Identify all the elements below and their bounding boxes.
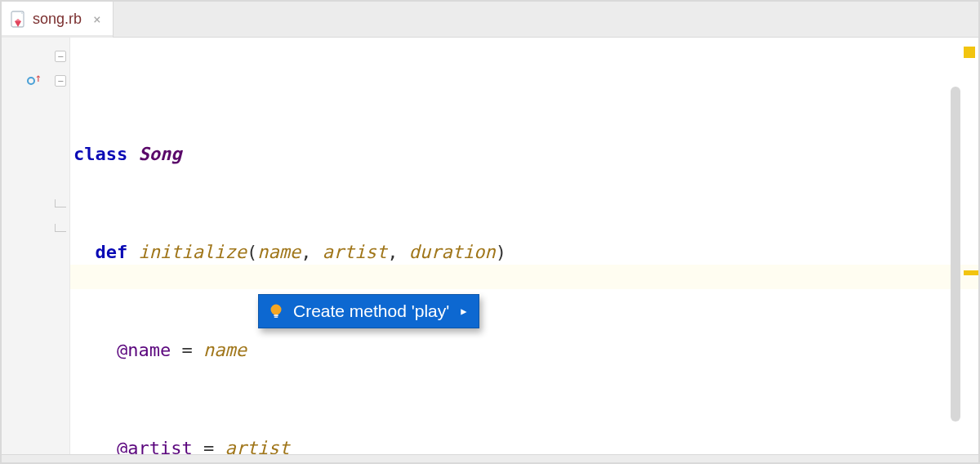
analysis-status-indicator[interactable] <box>964 47 975 58</box>
svg-rect-8 <box>274 317 278 319</box>
lightbulb-icon <box>267 302 285 320</box>
editor-window: song.rb × − ↑ − c <box>0 0 980 464</box>
fold-method-start[interactable]: − <box>55 75 66 87</box>
fold-class-end <box>55 224 66 232</box>
tab-song-rb[interactable]: song.rb × <box>2 2 114 37</box>
tab-close-button[interactable]: × <box>93 11 101 27</box>
fold-class-start[interactable]: − <box>55 51 66 62</box>
svg-point-6 <box>271 305 282 315</box>
tab-bar: song.rb × <box>2 2 978 38</box>
editor-area[interactable]: − ↑ − class Song def initialize(name, ar… <box>2 38 978 454</box>
vertical-scrollbar[interactable] <box>951 87 960 422</box>
code-line[interactable]: @artist = artist <box>70 436 978 454</box>
warning-stripe[interactable] <box>964 270 978 275</box>
status-strip <box>2 454 978 462</box>
current-line-highlight <box>70 265 978 289</box>
code-line[interactable]: def initialize(name, artist, duration) <box>70 240 978 265</box>
chevron-right-icon: ▶ <box>461 299 466 323</box>
code-line[interactable]: @name = name <box>70 338 978 363</box>
svg-rect-7 <box>274 315 278 316</box>
override-up-icon[interactable]: ↑ <box>23 73 39 89</box>
gutter: − ↑ − <box>2 38 70 454</box>
code-line[interactable]: class Song <box>70 142 978 167</box>
intention-label: Create method 'play' <box>293 299 449 323</box>
intention-popup[interactable]: Create method 'play' ▶ <box>258 294 479 328</box>
tab-filename: song.rb <box>33 11 82 28</box>
fold-method-end <box>55 199 66 207</box>
ruby-file-icon <box>10 11 26 29</box>
code-content[interactable]: class Song def initialize(name, artist, … <box>70 38 978 454</box>
